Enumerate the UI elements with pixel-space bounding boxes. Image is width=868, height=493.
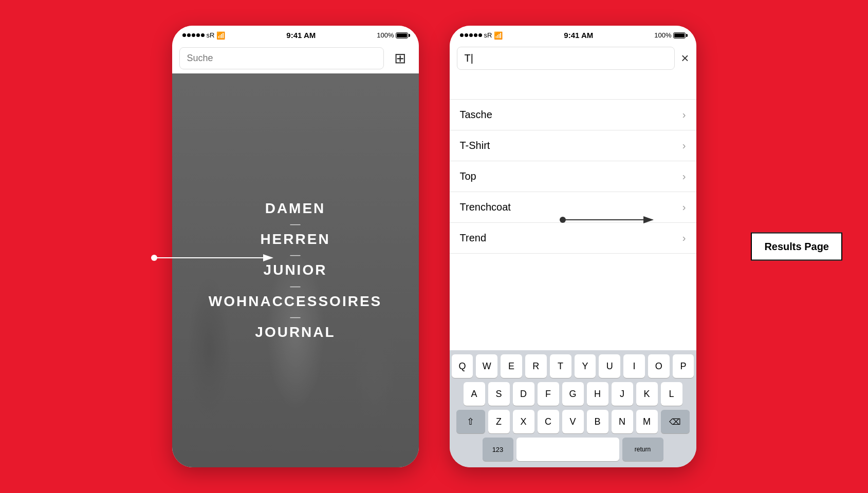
signal-dot-r5	[478, 33, 482, 37]
wifi-icon-left: 📶	[216, 31, 225, 40]
key-c[interactable]: C	[538, 410, 559, 433]
signal-dot-r2	[465, 33, 468, 37]
menu-item-junior[interactable]: JUNIOR	[209, 261, 382, 279]
key-s[interactable]: S	[488, 382, 510, 406]
signal-dots-right	[460, 33, 482, 37]
suggestion-item-tasche[interactable]: Tasche ›	[450, 100, 696, 130]
search-input-left[interactable]	[179, 47, 384, 69]
signal-dot-4	[196, 33, 200, 37]
key-i[interactable]: I	[623, 354, 645, 378]
key-h[interactable]: H	[587, 382, 608, 406]
chevron-icon-tasche: ›	[682, 109, 686, 121]
menu-divider-2: —	[209, 250, 382, 260]
left-phone: sR 📶 9:41 AM 100% ⊞ DAMEN — HERREN — JUN…	[172, 26, 419, 467]
search-bar-left: ⊞	[172, 43, 419, 73]
key-a[interactable]: A	[464, 382, 485, 406]
annotation-arrows	[0, 0, 868, 493]
battery-text-right: 100%	[654, 31, 671, 39]
chevron-icon-top: ›	[682, 170, 686, 182]
status-bar-left: sR 📶 9:41 AM 100%	[172, 26, 419, 43]
key-123[interactable]: 123	[483, 438, 513, 461]
key-b[interactable]: B	[587, 410, 608, 433]
signal-dot-1	[182, 33, 186, 37]
key-d[interactable]: D	[513, 382, 534, 406]
suggestion-text-trenchcoat: Trenchcoat	[460, 201, 511, 213]
battery-text-left: 100%	[377, 31, 394, 39]
key-delete[interactable]: ⌫	[661, 410, 690, 433]
suggestion-item-top[interactable]: Top ›	[450, 161, 696, 192]
battery-fill-left	[397, 33, 407, 37]
key-g[interactable]: G	[562, 382, 584, 406]
chevron-icon-trenchcoat: ›	[682, 201, 686, 213]
right-phone: sR 📶 9:41 AM 100% × Tasche › T-Shirt › T…	[450, 26, 696, 467]
status-bar-right: sR 📶 9:41 AM 100%	[450, 26, 696, 43]
keyboard-row-4: 123 return	[452, 438, 694, 461]
suggestion-text-top: Top	[460, 170, 476, 182]
key-w[interactable]: W	[476, 354, 497, 378]
time-left: 9:41 AM	[286, 31, 316, 40]
menu-item-journal[interactable]: JOURNAL	[209, 323, 382, 342]
key-f[interactable]: F	[538, 382, 559, 406]
search-bar-right: ×	[450, 43, 696, 74]
signal-dot-5	[201, 33, 205, 37]
key-space[interactable]	[516, 438, 619, 461]
status-right-right: 100%	[654, 31, 686, 39]
key-m[interactable]: M	[636, 410, 658, 433]
barcode-button[interactable]: ⊞	[389, 47, 412, 69]
battery-icon-left	[396, 32, 408, 39]
key-x[interactable]: X	[513, 410, 534, 433]
menu-divider-4: —	[209, 312, 382, 322]
close-button[interactable]: ×	[681, 50, 689, 66]
status-right-left: 100%	[377, 31, 408, 39]
suggestion-text-trend: Trend	[460, 232, 487, 244]
key-p[interactable]: P	[673, 354, 694, 378]
status-left: sR 📶	[182, 31, 226, 40]
key-return[interactable]: return	[622, 438, 663, 461]
suggestion-spacer	[450, 74, 696, 100]
suggestions-list: Tasche › T-Shirt › Top › Trenchcoat › Tr…	[450, 74, 696, 350]
key-t[interactable]: T	[550, 354, 571, 378]
key-q[interactable]: Q	[452, 354, 473, 378]
hero-menu: DAMEN — HERREN — JUNIOR — WOHNACCESSOIRE…	[209, 199, 382, 342]
keyboard: Q W E R T Y U I O P A S D F G H J K L ⇧ …	[450, 350, 696, 467]
chevron-icon-trend: ›	[682, 232, 686, 244]
key-j[interactable]: J	[612, 382, 633, 406]
menu-item-wohn[interactable]: WOHNACCESSOIRES	[209, 292, 382, 311]
key-u[interactable]: U	[599, 354, 620, 378]
hero-section: DAMEN — HERREN — JUNIOR — WOHNACCESSOIRE…	[172, 73, 419, 467]
signal-dots	[182, 33, 205, 37]
key-k[interactable]: K	[636, 382, 658, 406]
signal-dot-3	[192, 33, 195, 37]
menu-item-damen[interactable]: DAMEN	[209, 199, 382, 218]
signal-dot-r3	[469, 33, 473, 37]
suggestion-text-tasche: Tasche	[460, 109, 492, 121]
menu-divider-3: —	[209, 281, 382, 291]
wifi-icon-right: 📶	[494, 31, 503, 40]
key-z[interactable]: Z	[488, 410, 510, 433]
menu-item-herren[interactable]: HERREN	[209, 230, 382, 249]
status-left-right: sR 📶	[460, 31, 503, 40]
key-n[interactable]: N	[612, 410, 633, 433]
barcode-icon: ⊞	[394, 50, 406, 67]
key-e[interactable]: E	[501, 354, 522, 378]
key-r[interactable]: R	[525, 354, 547, 378]
battery-icon-right	[673, 32, 686, 39]
key-shift[interactable]: ⇧	[456, 410, 485, 433]
key-v[interactable]: V	[562, 410, 584, 433]
suggestion-item-tshirt[interactable]: T-Shirt ›	[450, 130, 696, 161]
suggestion-item-trenchcoat[interactable]: Trenchcoat ›	[450, 192, 696, 223]
key-l[interactable]: L	[661, 382, 682, 406]
signal-dot-2	[187, 33, 191, 37]
menu-divider-1: —	[209, 219, 382, 229]
key-o[interactable]: O	[648, 354, 670, 378]
search-input-right[interactable]	[457, 47, 675, 70]
key-y[interactable]: Y	[575, 354, 596, 378]
suggestion-item-trend[interactable]: Trend ›	[450, 223, 696, 254]
results-page-callout: Results Page	[751, 233, 842, 261]
callout-label: Results Page	[764, 241, 829, 252]
svg-point-3	[151, 255, 157, 261]
keyboard-row-3: ⇧ Z X C V B N M ⌫	[452, 410, 694, 433]
signal-dot-r4	[474, 33, 477, 37]
carrier-left: sR	[207, 31, 215, 39]
carrier-right: sR	[484, 31, 492, 39]
